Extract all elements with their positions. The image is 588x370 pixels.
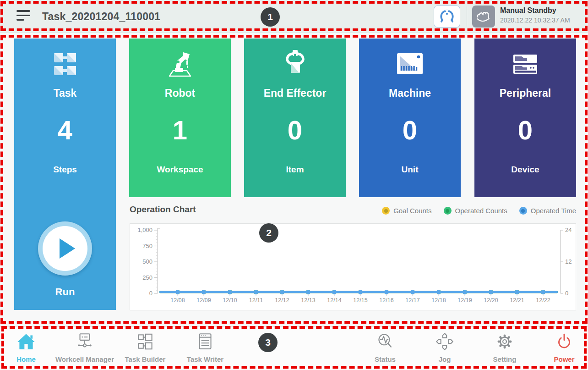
gripper-tool-button[interactable] xyxy=(434,6,460,28)
manual-mode-indicator[interactable] xyxy=(472,6,495,28)
operation-chart: 02505007501,0000122412/0812/0912/1012/11… xyxy=(130,224,576,310)
run-button[interactable] xyxy=(38,221,92,276)
hamburger-menu-icon[interactable] xyxy=(16,10,31,23)
svg-text:12/18: 12/18 xyxy=(431,297,446,304)
card-peripheral-label: Peripheral xyxy=(500,87,551,99)
bottom-navigation: Home Workcell Manager xyxy=(0,326,588,370)
card-task-unit: Steps xyxy=(53,165,77,175)
svg-text:250: 250 xyxy=(142,274,152,281)
svg-text:12/08: 12/08 xyxy=(170,297,185,304)
hand-icon xyxy=(476,9,491,24)
legend-operated-counts: Operated Counts xyxy=(444,207,507,215)
card-machine-label: Machine xyxy=(389,87,431,99)
card-robot[interactable]: Robot 1 Workspace xyxy=(129,39,231,197)
card-peripheral-unit: Device xyxy=(511,165,539,175)
robot-pendant-screen: Task_20201204_110001 Manual Standby 2020… xyxy=(0,0,588,370)
svg-text:12/16: 12/16 xyxy=(379,297,393,304)
svg-text:12/14: 12/14 xyxy=(327,297,341,304)
gripper-icon xyxy=(439,8,455,25)
svg-text:0: 0 xyxy=(149,290,152,297)
legend-operated-time: Operated Time xyxy=(519,207,576,215)
svg-text:0: 0 xyxy=(565,290,568,297)
task-writer-icon xyxy=(195,330,216,353)
svg-text:1,000: 1,000 xyxy=(137,226,152,233)
card-peripheral[interactable]: Peripheral 0 Device xyxy=(474,39,576,197)
peripheral-server-icon xyxy=(511,48,540,81)
nav-item-workcell-manager[interactable]: Workcell Manager xyxy=(48,330,121,369)
card-robot-label: Robot xyxy=(165,87,195,99)
play-icon xyxy=(60,238,75,259)
power-icon xyxy=(554,330,575,353)
svg-text:12/09: 12/09 xyxy=(196,297,211,304)
card-machine[interactable]: Machine 0 Unit xyxy=(359,39,461,197)
legend-goal-counts: Goal Counts xyxy=(382,207,431,215)
svg-text:12/11: 12/11 xyxy=(249,297,263,304)
status-datetime: 2020.12.22 10:32:37 AM xyxy=(500,17,570,24)
nav-item-status[interactable]: Status xyxy=(358,330,413,369)
svg-text:12/15: 12/15 xyxy=(353,297,367,304)
end-effector-gripper-icon xyxy=(280,48,310,81)
goal-counts-dot-icon xyxy=(382,207,390,215)
nav-item-setting[interactable]: Setting xyxy=(477,330,532,369)
task-builder-icon xyxy=(135,330,156,353)
card-end-effector-label: End Effector xyxy=(264,87,327,99)
card-machine-value: 0 xyxy=(403,117,417,144)
workcell-manager-icon xyxy=(74,330,95,353)
card-task[interactable]: Task 4 Steps Run xyxy=(14,39,116,310)
svg-text:500: 500 xyxy=(142,258,152,265)
card-task-label: Task xyxy=(54,87,77,99)
svg-text:12/22: 12/22 xyxy=(536,297,550,304)
operation-chart-panel: 02505007501,0000122412/0812/0912/1012/11… xyxy=(130,223,576,310)
top-bar: Task_20201204_110001 Manual Standby 2020… xyxy=(0,0,588,33)
card-end-effector[interactable]: End Effector 0 Item xyxy=(244,39,346,197)
nav-item-home[interactable]: Home xyxy=(8,330,44,369)
svg-text:12/17: 12/17 xyxy=(405,297,419,304)
svg-text:12/10: 12/10 xyxy=(223,297,237,304)
card-peripheral-value: 0 xyxy=(518,117,533,144)
operation-chart-title: Operation Chart xyxy=(130,204,196,215)
nav-item-power[interactable]: Power xyxy=(541,330,587,369)
nav-item-task-builder[interactable]: Task Builder xyxy=(113,330,177,369)
machine-icon xyxy=(395,48,425,81)
svg-text:12/13: 12/13 xyxy=(301,297,315,304)
robot-arm-icon xyxy=(163,48,197,81)
header-divider xyxy=(467,6,467,27)
task-title: Task_20201204_110001 xyxy=(42,0,160,33)
robot-status-text: Manual Standby xyxy=(500,6,570,15)
card-robot-unit: Workspace xyxy=(157,165,203,175)
jog-dpad-icon xyxy=(434,330,455,353)
svg-text:12/19: 12/19 xyxy=(457,297,472,304)
svg-text:750: 750 xyxy=(142,243,152,249)
chart-legend: Goal Counts Operated Counts Operated Tim… xyxy=(382,207,576,215)
card-robot-value: 1 xyxy=(173,117,187,144)
home-icon xyxy=(16,330,37,353)
svg-text:12/12: 12/12 xyxy=(275,297,289,304)
svg-text:12: 12 xyxy=(565,258,572,265)
robot-status: Manual Standby 2020.12.22 10:32:37 AM xyxy=(500,6,570,24)
card-end-effector-unit: Item xyxy=(286,165,304,175)
operated-counts-dot-icon xyxy=(444,207,452,215)
card-end-effector-value: 0 xyxy=(288,117,302,144)
nav-item-jog[interactable]: Jog xyxy=(422,330,468,369)
status-icon xyxy=(375,330,396,353)
setting-gear-icon xyxy=(494,330,515,353)
svg-text:12/21: 12/21 xyxy=(510,297,524,304)
card-machine-unit: Unit xyxy=(402,165,419,175)
nav-item-task-writer[interactable]: Task Writer xyxy=(173,330,237,369)
svg-text:24: 24 xyxy=(565,226,572,233)
card-task-value: 4 xyxy=(58,117,72,144)
svg-text:12/20: 12/20 xyxy=(484,297,498,304)
run-button-label: Run xyxy=(14,286,116,298)
operated-time-dot-icon xyxy=(519,207,527,215)
task-steps-icon xyxy=(50,48,80,81)
